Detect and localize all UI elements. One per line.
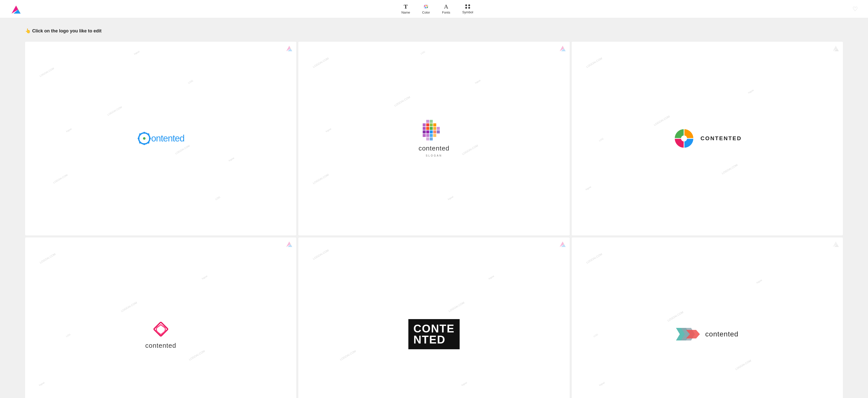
main-content: 👆Click on the logo you like to edit LOGO… bbox=[0, 18, 868, 398]
card3-content: CONTENTED bbox=[572, 42, 843, 236]
card6-content: contented bbox=[572, 238, 843, 398]
card4-logo: contented bbox=[145, 319, 176, 349]
svg-rect-50 bbox=[437, 130, 440, 133]
svg-rect-36 bbox=[426, 130, 429, 133]
card1-logo: ontented bbox=[137, 131, 184, 146]
diamond-icon bbox=[151, 319, 171, 339]
svg-rect-18 bbox=[144, 143, 145, 145]
svg-rect-17 bbox=[144, 132, 145, 134]
svg-rect-42 bbox=[430, 130, 433, 133]
card4-brand-text: contented bbox=[145, 342, 176, 349]
favorite-heart-icon[interactable]: ♡ bbox=[852, 5, 858, 12]
circle-quadrants-icon bbox=[673, 127, 695, 150]
header: T Name Color A Fonts bbox=[0, 0, 868, 18]
corner-logo-icon bbox=[286, 45, 293, 52]
text-t-icon: T bbox=[404, 3, 408, 9]
svg-rect-33 bbox=[426, 120, 429, 123]
svg-point-11 bbox=[465, 7, 467, 9]
card6-brand-text: contented bbox=[705, 330, 738, 338]
cross-grid-icon bbox=[423, 120, 445, 143]
svg-point-8 bbox=[425, 6, 427, 7]
instruction-text: 👆Click on the logo you like to edit bbox=[25, 28, 843, 34]
logo-card-4[interactable]: LOGOAI.COM LOGOAI.COM LOGOAI.COM logoai … bbox=[25, 238, 296, 398]
svg-rect-31 bbox=[423, 130, 426, 133]
arrows-icon bbox=[676, 326, 701, 343]
nav-item-symbol[interactable]: Symbol bbox=[462, 4, 473, 14]
main-nav: T Name Color A Fonts bbox=[401, 3, 473, 14]
header-right: ♡ bbox=[852, 5, 858, 12]
nav-item-name[interactable]: T Name bbox=[401, 3, 410, 14]
svg-point-10 bbox=[468, 4, 470, 6]
svg-rect-47 bbox=[433, 130, 436, 133]
symbol-dots-icon bbox=[464, 4, 471, 9]
card1-brand-text: ontented bbox=[151, 133, 184, 144]
logo-card-1[interactable]: LOGOAI.COM LOGOAI.COM LOGOAI.COM LOGOAI.… bbox=[25, 42, 296, 236]
card5-line1-text: CONTE bbox=[413, 323, 455, 334]
svg-rect-43 bbox=[430, 134, 433, 137]
svg-rect-35 bbox=[426, 127, 429, 130]
nav-item-color[interactable]: Color bbox=[422, 3, 430, 14]
corner-logo-icon-6 bbox=[832, 241, 839, 247]
card4-content: contented bbox=[25, 238, 296, 398]
gear-c-icon bbox=[137, 131, 151, 146]
logo-card-2[interactable]: LOGOAI.COM LOGOAI.COM LOGOAI.COM LOGOAI.… bbox=[298, 42, 569, 236]
svg-rect-29 bbox=[423, 123, 426, 126]
card2-logo: contented SLOGAN bbox=[418, 120, 449, 157]
logo-card-5[interactable]: LOGOAI.COM LOGOAI.COM LOGOAI.COM logoai … bbox=[298, 238, 569, 398]
logo-card-6[interactable]: LOGOAI.COM LOGOAI.COM LOGOAI.COM logoai … bbox=[572, 238, 843, 398]
svg-rect-44 bbox=[430, 137, 433, 141]
svg-rect-40 bbox=[430, 123, 433, 126]
svg-rect-37 bbox=[426, 134, 429, 137]
corner-logo-icon-3 bbox=[832, 45, 839, 52]
card5-logo: CONTE NTED bbox=[408, 319, 460, 349]
fonts-a-icon: A bbox=[444, 3, 448, 9]
corner-logo-icon-2 bbox=[559, 45, 566, 52]
logo-card-3[interactable]: LOGOAI.COM LOGOAI.COM LOGOAI.COM logoai … bbox=[572, 42, 843, 236]
card3-logo: CONTENTED bbox=[673, 127, 742, 150]
card2-content: contented SLOGAN bbox=[298, 42, 569, 236]
logo[interactable] bbox=[10, 3, 22, 15]
nav-fonts-label: Fonts bbox=[442, 10, 450, 14]
nav-symbol-label: Symbol bbox=[462, 10, 473, 14]
svg-rect-41 bbox=[430, 127, 433, 130]
svg-rect-19 bbox=[138, 138, 140, 139]
palette-icon bbox=[423, 3, 429, 9]
card3-brand-text: CONTENTED bbox=[701, 135, 742, 142]
svg-rect-39 bbox=[430, 120, 433, 123]
nav-name-label: Name bbox=[401, 10, 410, 14]
svg-rect-38 bbox=[426, 137, 429, 141]
card2-slogan-text: SLOGAN bbox=[426, 154, 442, 157]
corner-logo-icon-5 bbox=[559, 241, 566, 247]
nav-color-label: Color bbox=[422, 10, 430, 14]
svg-rect-45 bbox=[433, 123, 436, 126]
svg-rect-32 bbox=[423, 134, 426, 137]
card1-content: ontented bbox=[25, 42, 296, 236]
svg-rect-30 bbox=[423, 127, 426, 130]
svg-point-25 bbox=[143, 137, 146, 140]
svg-rect-46 bbox=[433, 127, 436, 130]
svg-point-12 bbox=[468, 7, 470, 9]
card6-logo: contented bbox=[676, 326, 738, 343]
svg-rect-34 bbox=[426, 123, 429, 126]
instruction-emoji: 👆 bbox=[25, 28, 31, 33]
svg-point-9 bbox=[465, 4, 467, 6]
card2-brand-text: contented bbox=[418, 145, 449, 152]
card5-content: CONTE NTED bbox=[298, 238, 569, 398]
logo-grid: LOGOAI.COM LOGOAI.COM LOGOAI.COM LOGOAI.… bbox=[25, 42, 843, 398]
svg-point-6 bbox=[427, 7, 428, 8]
svg-rect-48 bbox=[433, 134, 436, 137]
svg-rect-20 bbox=[149, 138, 151, 139]
nav-item-fonts[interactable]: A Fonts bbox=[442, 3, 450, 14]
card5-line2-text: NTED bbox=[413, 334, 445, 345]
corner-logo-icon-4 bbox=[286, 241, 293, 247]
svg-rect-49 bbox=[437, 127, 440, 130]
